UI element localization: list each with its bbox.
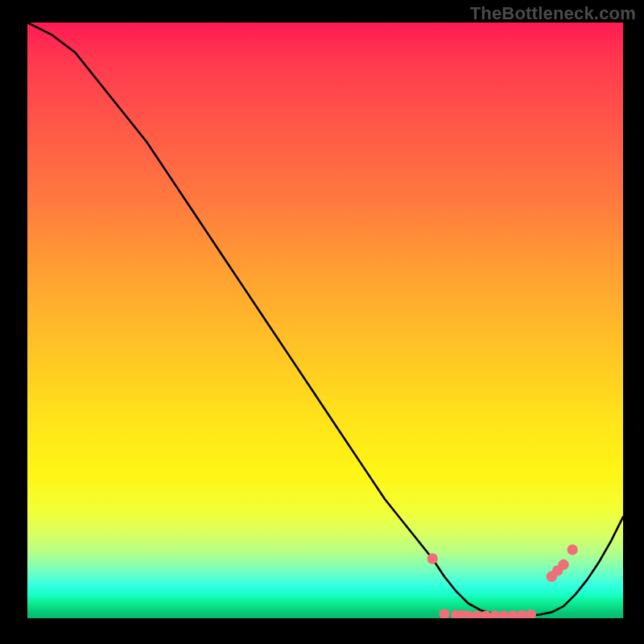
chart-frame: TheBottleneck.com [0, 0, 644, 644]
marker-dot [526, 609, 536, 618]
curve-layer [27, 23, 623, 618]
marker-dot [558, 559, 568, 570]
bottleneck-curve [27, 23, 623, 616]
marker-dot [567, 544, 577, 555]
marker-dot [427, 553, 438, 564]
marker-group [427, 544, 578, 618]
watermark-label: TheBottleneck.com [470, 3, 636, 24]
plot-area [27, 23, 623, 618]
marker-dot [439, 609, 449, 618]
